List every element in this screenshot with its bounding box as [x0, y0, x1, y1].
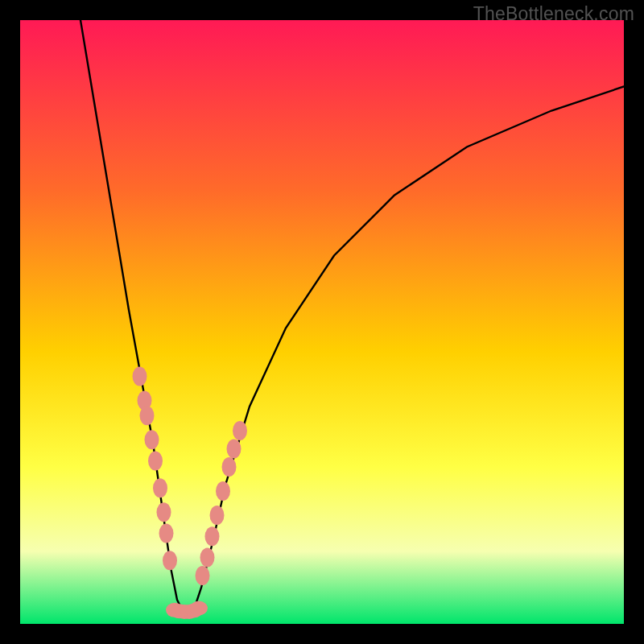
curve-marker: [163, 551, 177, 570]
gradient-background: [20, 20, 624, 624]
curve-marker: [205, 526, 220, 546]
plot-area: [20, 20, 624, 624]
curve-marker: [222, 457, 237, 477]
bottleneck-chart: [20, 20, 624, 624]
curve-marker: [133, 367, 147, 386]
curve-marker: [210, 506, 225, 525]
curve-marker: [227, 440, 242, 459]
curve-marker: [145, 430, 159, 449]
curve-marker: [200, 548, 215, 568]
watermark-text: TheBottleneck.com: [473, 3, 634, 25]
curve-marker: [216, 481, 230, 501]
curve-marker: [153, 478, 167, 497]
outer-frame: TheBottleneck.com: [0, 0, 644, 644]
curve-marker: [157, 502, 171, 522]
curve-marker: [159, 524, 174, 543]
curve-marker: [140, 406, 155, 425]
curve-marker: [196, 566, 210, 585]
curve-marker: [148, 452, 163, 471]
curve-marker: [190, 601, 208, 616]
curve-marker: [233, 421, 247, 440]
